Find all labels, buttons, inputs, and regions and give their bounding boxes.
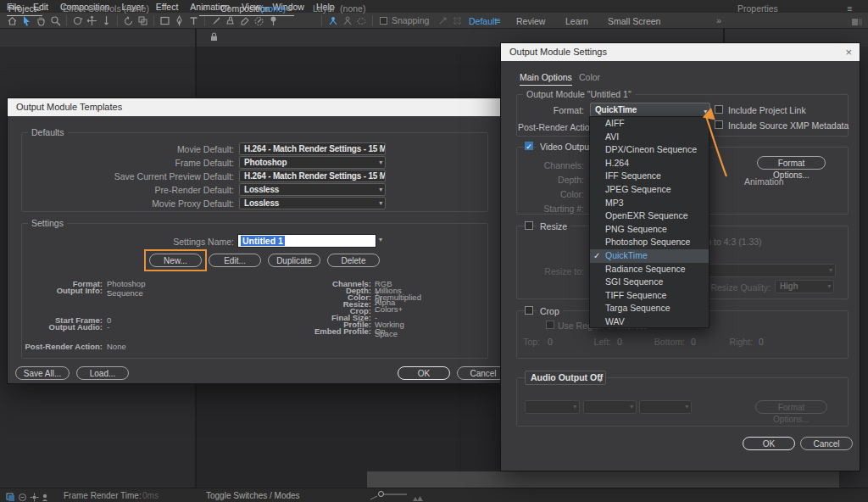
resize-quality-dropdown[interactable]: High▾ <box>775 280 834 293</box>
proxy-icon[interactable] <box>39 490 53 502</box>
format-option-photoshop[interactable]: Photoshop Sequence <box>590 236 709 249</box>
new-button[interactable]: New... <box>149 254 202 267</box>
timeline-zoom-knob[interactable] <box>378 491 384 497</box>
proxy-default-dropdown[interactable]: Lossless▾ <box>239 197 386 209</box>
resize-label: Resize <box>537 221 570 231</box>
prerender-default-dropdown[interactable]: Lossless▾ <box>239 183 386 196</box>
frame-default-dropdown[interactable]: Photoshop▾ <box>239 156 386 169</box>
format-option-wav[interactable]: WAV <box>590 315 709 329</box>
menu-effect[interactable]: Effect <box>156 2 179 12</box>
format-option-quicktime-selected[interactable]: ✓ QuickTime <box>590 249 709 263</box>
output-module-group-legend: Output Module "Untitled 1" <box>523 89 635 99</box>
use-region-checkbox[interactable] <box>546 321 554 329</box>
camera-orbit-icon[interactable] <box>70 14 85 28</box>
snap-align-icon[interactable] <box>436 14 450 28</box>
tab-layer[interactable]: Layer (none) <box>313 3 365 14</box>
load-button[interactable]: Load... <box>76 366 129 380</box>
toggle-switches-button[interactable]: Toggle Switches / Modes <box>206 491 300 500</box>
video-output-checkbox[interactable]: ✓ <box>525 142 533 150</box>
lasso-node-icon[interactable] <box>354 14 369 28</box>
edit-button[interactable]: Edit... <box>209 254 261 267</box>
format-dropdown[interactable]: QuickTime▾ <box>590 103 710 117</box>
workspace-menu-icon[interactable]: ≡ <box>496 16 501 25</box>
panel-toggle-icon[interactable] <box>849 14 864 29</box>
settings-name-dropdown-chevron[interactable]: ▾ <box>379 236 382 243</box>
duplicate-button[interactable]: Duplicate <box>268 254 320 267</box>
properties-panel-menu-icon[interactable]: ≡ <box>847 3 852 14</box>
toolbar-divider <box>204 15 205 26</box>
format-option-iff[interactable]: IFF Sequence <box>590 170 709 183</box>
chevron-down-icon: ▾ <box>685 402 688 412</box>
toolbar-divider <box>117 15 118 26</box>
tool-bar: Snapping <box>0 13 868 29</box>
composition-panel-menu-icon[interactable]: ≡ <box>287 3 292 14</box>
templates-cancel-button[interactable]: Cancel <box>457 366 503 380</box>
format-option-sgi[interactable]: SGI Sequence <box>590 276 709 289</box>
pen-tool-icon[interactable] <box>172 14 186 28</box>
tab-properties[interactable]: Properties <box>737 3 778 14</box>
format-option-jpeg[interactable]: JPEG Sequence <box>590 183 709 197</box>
composition-tab-close-icon[interactable]: × <box>201 3 206 14</box>
project-panel-menu-icon[interactable]: ≡ <box>36 3 41 14</box>
format-option-radiance[interactable]: Radiance Sequence <box>590 263 709 276</box>
chevron-down-icon: ▾ <box>379 185 382 195</box>
chevron-down-icon: ▾ <box>829 265 832 276</box>
snap-grid-icon[interactable] <box>450 14 465 28</box>
tab-main-options[interactable]: Main Options <box>520 72 572 86</box>
delete-button[interactable]: Delete <box>327 254 380 267</box>
audio-depth-dropdown[interactable]: ▾ <box>583 400 637 414</box>
video-format-options-button[interactable]: Format Options... <box>757 156 826 170</box>
crop-top-value[interactable]: 0 <box>548 337 553 347</box>
audio-format-options-button[interactable]: Format Options... <box>755 400 827 414</box>
format-option-targa[interactable]: Targa Sequence <box>590 302 709 315</box>
save-all-button[interactable]: Save All... <box>15 366 70 380</box>
crop-top-label: Top: <box>506 337 540 347</box>
zoom-in-mountains-icon[interactable] <box>410 490 425 502</box>
format-option-h264[interactable]: H.264 <box>590 157 709 170</box>
include-xmp-checkbox[interactable] <box>715 120 723 129</box>
resize-checkbox[interactable] <box>525 221 533 230</box>
close-icon[interactable]: × <box>845 46 852 59</box>
workspace-overflow-icon[interactable]: » <box>716 15 721 25</box>
tab-effect-controls[interactable]: Effect Controls (none) <box>63 3 149 14</box>
audio-output-dropdown[interactable]: Audio Output Off ▾ <box>525 371 606 385</box>
tab-project[interactable]: Project <box>8 3 36 14</box>
snapping-checkbox[interactable] <box>380 17 387 25</box>
crop-bottom-value[interactable]: 0 <box>691 337 696 347</box>
movie-default-dropdown[interactable]: H.264 - Match Render Settings - 15 Mbps▾ <box>239 142 386 155</box>
audio-channels-dropdown[interactable]: ▾ <box>639 400 692 414</box>
toolbar-divider <box>372 15 373 26</box>
crop-left-value[interactable]: 0 <box>617 337 622 347</box>
motion-path-node-icon[interactable] <box>340 14 354 28</box>
settings-ok-button[interactable]: OK <box>743 437 795 450</box>
format-option-mp3[interactable]: MP3 <box>590 197 709 210</box>
pan-behind-tool-icon[interactable] <box>136 14 150 28</box>
zoom-tool-icon[interactable] <box>48 14 63 28</box>
motion-path-node-icon-active[interactable] <box>326 14 340 28</box>
rotation-tool-icon[interactable] <box>121 14 136 28</box>
crop-checkbox[interactable] <box>525 306 533 315</box>
tab-color[interactable]: Color <box>579 72 600 82</box>
settings-name-input[interactable]: Untitled 1 <box>237 234 376 248</box>
settings-cancel-button[interactable]: Cancel <box>800 437 853 450</box>
pan-camera-icon[interactable] <box>85 14 99 28</box>
format-option-tiff[interactable]: TIFF Sequence <box>590 289 709 303</box>
templates-ok-button[interactable]: OK <box>398 366 450 380</box>
format-option-avi[interactable]: AVI <box>590 131 709 144</box>
channels-label: Channels: <box>518 160 584 170</box>
format-option-dpx[interactable]: DPX/Cineon Sequence <box>590 143 709 157</box>
workspace-tab-learn[interactable]: Learn <box>565 16 588 26</box>
format-option-openexr[interactable]: OpenEXR Sequence <box>590 209 709 223</box>
format-option-aiff[interactable]: AIFF <box>590 117 709 131</box>
crop-right-value[interactable]: 0 <box>759 337 764 347</box>
toolbar-divider <box>153 15 154 26</box>
audio-rate-dropdown[interactable]: ▾ <box>525 400 580 414</box>
mask-shape-tool-icon[interactable] <box>158 14 172 28</box>
format-option-png[interactable]: PNG Sequence <box>590 223 709 237</box>
include-project-link-checkbox[interactable] <box>715 105 723 114</box>
workspace-tab-small-screen[interactable]: Small Screen <box>608 16 660 26</box>
workspace-tab-review[interactable]: Review <box>516 16 545 26</box>
dolly-camera-icon[interactable] <box>99 14 114 28</box>
workspace-tab-default[interactable]: Default <box>469 16 497 26</box>
preview-default-dropdown[interactable]: H.264 - Match Render Settings - 15 Mbps▾ <box>239 170 386 182</box>
